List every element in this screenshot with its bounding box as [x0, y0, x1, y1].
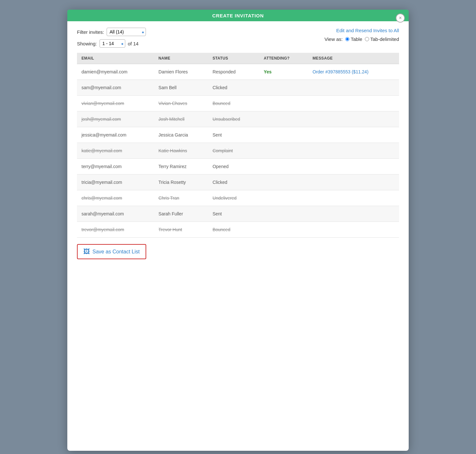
- table-row: terry@myemail.comTerry RamirezOpened: [77, 159, 399, 175]
- cell-attending: [259, 190, 308, 206]
- showing-row: Showing: 1 - 14 ⬥ of 14: [77, 39, 146, 48]
- filter-select-wrapper[interactable]: All (14) Responded Clicked Opened Sent B…: [107, 28, 146, 36]
- cell-message: [308, 175, 399, 190]
- cell-message: [308, 111, 399, 127]
- cell-status: Opened: [208, 159, 259, 175]
- cell-email: terry@myemail.com: [77, 159, 154, 175]
- top-bar-label: CREATE INVITATION: [212, 13, 264, 18]
- controls-right: Edit and Resend Invites to All View as: …: [325, 28, 399, 42]
- cell-attending: [259, 175, 308, 190]
- cell-message: [308, 127, 399, 143]
- cell-name: Josh Mitchell: [154, 111, 208, 127]
- cell-name: Katie Hawkins: [154, 143, 208, 159]
- showing-label: Showing:: [77, 41, 97, 46]
- cell-attending: Yes: [259, 64, 308, 80]
- controls-row: Filter invites: All (14) Responded Click…: [77, 28, 399, 48]
- cell-attending: [259, 127, 308, 143]
- cell-message: [308, 159, 399, 175]
- table-row: tricia@myemail.comTricia RosettyClicked: [77, 175, 399, 190]
- cell-email: sam@myemail.com: [77, 80, 154, 96]
- filter-select[interactable]: All (14) Responded Clicked Opened Sent B…: [107, 28, 146, 36]
- cell-message: [308, 222, 399, 238]
- cell-message: [308, 190, 399, 206]
- save-contact-list-button[interactable]: 🖼 Save as Contact List: [77, 244, 146, 259]
- cell-status: Bounced: [208, 222, 259, 238]
- table-row: sam@myemail.comSam BellClicked: [77, 80, 399, 96]
- table-row: chris@myemail.comChris TranUndelivered: [77, 190, 399, 206]
- cell-email: chris@myemail.com: [77, 190, 154, 206]
- cell-attending: [259, 159, 308, 175]
- table-row: vivian@myemail.comVivian ChavesBounced: [77, 96, 399, 111]
- view-as-tabdelimited-radio[interactable]: [365, 37, 369, 41]
- filter-row: Filter invites: All (14) Responded Click…: [77, 28, 146, 36]
- col-header-attending: ATTENDING?: [259, 53, 308, 64]
- controls-left: Filter invites: All (14) Responded Click…: [77, 28, 146, 48]
- col-header-email: EMAIL: [77, 53, 154, 64]
- view-as-tabdelimited-label: Tab-delimited: [370, 36, 399, 42]
- showing-total: of 14: [128, 41, 138, 46]
- col-header-name: NAME: [154, 53, 208, 64]
- cell-status: Sent: [208, 127, 259, 143]
- cell-email: sarah@myemail.com: [77, 206, 154, 222]
- cell-message: [308, 206, 399, 222]
- view-as-label: View as:: [325, 36, 343, 42]
- cell-name: Sam Bell: [154, 80, 208, 96]
- cell-message[interactable]: Order #397885553 ($11.24): [308, 64, 399, 80]
- cell-status: Sent: [208, 206, 259, 222]
- cell-status: Complaint: [208, 143, 259, 159]
- cell-status: Undelivered: [208, 190, 259, 206]
- save-contact-label: Save as Contact List: [92, 249, 140, 255]
- filter-label: Filter invites:: [77, 29, 104, 35]
- view-as-table-label: Table: [351, 36, 362, 42]
- cell-attending: [259, 111, 308, 127]
- table-row: josh@myemail.comJosh MitchellUnsubscribe…: [77, 111, 399, 127]
- cell-name: Tricia Rosetty: [154, 175, 208, 190]
- cell-name: Terry Ramirez: [154, 159, 208, 175]
- cell-attending: [259, 96, 308, 111]
- cell-attending: [259, 80, 308, 96]
- table-row: sarah@myemail.comSarah FullerSent: [77, 206, 399, 222]
- edit-resend-link[interactable]: Edit and Resend Invites to All: [336, 28, 399, 33]
- view-as-tabdelimited-option[interactable]: Tab-delimited: [365, 36, 399, 42]
- cell-name: Vivian Chaves: [154, 96, 208, 111]
- table-row: jessica@myemail.comJessica GarciaSent: [77, 127, 399, 143]
- cell-email: damien@myemail.com: [77, 64, 154, 80]
- cell-name: Sarah Fuller: [154, 206, 208, 222]
- modal: CREATE INVITATION × Filter invites: All …: [67, 10, 409, 451]
- cell-email: katie@myemail.com: [77, 143, 154, 159]
- table-header-row: EMAIL NAME STATUS ATTENDING? MESSAGE: [77, 53, 399, 64]
- cell-message: [308, 96, 399, 111]
- cell-attending: [259, 206, 308, 222]
- cell-message: [308, 80, 399, 96]
- close-button[interactable]: ×: [396, 14, 405, 23]
- view-as-row: View as: Table Tab-delimited: [325, 36, 399, 42]
- col-header-status: STATUS: [208, 53, 259, 64]
- cell-email: trevor@myemail.com: [77, 222, 154, 238]
- showing-range-select[interactable]: 1 - 14: [100, 39, 125, 48]
- top-bar: CREATE INVITATION: [67, 10, 409, 21]
- cell-status: Bounced: [208, 96, 259, 111]
- table-row: trevor@myemail.comTrevor HuntBounced: [77, 222, 399, 238]
- cell-name: Damien Flores: [154, 64, 208, 80]
- table-row: katie@myemail.comKatie HawkinsComplaint: [77, 143, 399, 159]
- view-as-table-option[interactable]: Table: [345, 36, 362, 42]
- cell-email: josh@myemail.com: [77, 111, 154, 127]
- cell-status: Unsubscribed: [208, 111, 259, 127]
- cell-email: jessica@myemail.com: [77, 127, 154, 143]
- invites-table: EMAIL NAME STATUS ATTENDING? MESSAGE dam…: [77, 53, 399, 238]
- showing-range-wrapper[interactable]: 1 - 14 ⬥: [100, 39, 125, 48]
- cell-attending: [259, 143, 308, 159]
- cell-status: Clicked: [208, 175, 259, 190]
- cell-name: Trevor Hunt: [154, 222, 208, 238]
- cell-email: vivian@myemail.com: [77, 96, 154, 111]
- cell-attending: [259, 222, 308, 238]
- cell-status: Clicked: [208, 80, 259, 96]
- col-header-message: MESSAGE: [308, 53, 399, 64]
- cell-name: Jessica Garcia: [154, 127, 208, 143]
- table-row: damien@myemail.comDamien FloresResponded…: [77, 64, 399, 80]
- close-icon: ×: [399, 15, 402, 21]
- cell-name: Chris Tran: [154, 190, 208, 206]
- view-as-table-radio[interactable]: [345, 37, 349, 41]
- cell-status: Responded: [208, 64, 259, 80]
- cell-message: [308, 143, 399, 159]
